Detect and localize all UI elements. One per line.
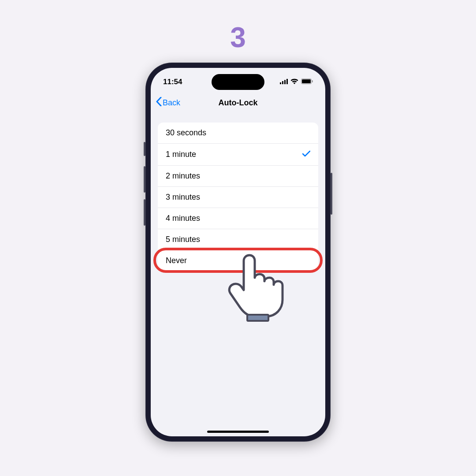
page-title: Auto-Lock	[219, 98, 258, 108]
checkmark-icon	[302, 149, 310, 160]
battery-icon	[301, 78, 313, 86]
svg-rect-0	[280, 82, 281, 84]
chevron-left-icon	[156, 97, 162, 108]
status-icons	[280, 78, 313, 86]
autolock-option[interactable]: 2 minutes	[158, 166, 318, 187]
status-time: 11:54	[163, 78, 182, 86]
phone-screen: 11:54 Back Auto-Lock	[151, 68, 325, 436]
option-label: 1 minute	[166, 150, 196, 159]
option-label: 5 minutes	[166, 235, 200, 244]
svg-rect-6	[312, 80, 313, 82]
cellular-icon	[280, 78, 288, 86]
wifi-icon	[290, 78, 298, 86]
svg-rect-1	[282, 81, 283, 84]
phone-frame: 11:54 Back Auto-Lock	[145, 63, 331, 442]
autolock-option[interactable]: 1 minute	[158, 144, 318, 166]
svg-rect-3	[286, 79, 288, 84]
autolock-option[interactable]: 5 minutes	[158, 229, 318, 250]
nav-bar: Back Auto-Lock	[151, 93, 325, 115]
option-label: 4 minutes	[166, 214, 200, 223]
back-label: Back	[163, 98, 180, 108]
back-button[interactable]: Back	[156, 97, 180, 108]
autolock-option[interactable]: 30 seconds	[158, 123, 318, 144]
option-label: Never	[166, 256, 187, 265]
mute-switch	[144, 142, 145, 156]
autolock-option[interactable]: 4 minutes	[158, 208, 318, 229]
option-label: 2 minutes	[166, 171, 200, 181]
option-label: 3 minutes	[166, 193, 200, 202]
home-indicator[interactable]	[207, 431, 269, 433]
autolock-options-list: 30 seconds1 minute2 minutes3 minutes4 mi…	[158, 123, 318, 271]
dynamic-island	[212, 74, 264, 90]
step-number: 3	[230, 21, 246, 54]
option-label: 30 seconds	[166, 128, 206, 138]
volume-up-button	[144, 166, 145, 193]
svg-rect-5	[302, 79, 311, 83]
autolock-option[interactable]: Never	[158, 250, 318, 271]
svg-rect-2	[284, 80, 286, 85]
volume-down-button	[144, 199, 145, 226]
autolock-option[interactable]: 3 minutes	[158, 187, 318, 208]
power-button	[331, 173, 332, 215]
